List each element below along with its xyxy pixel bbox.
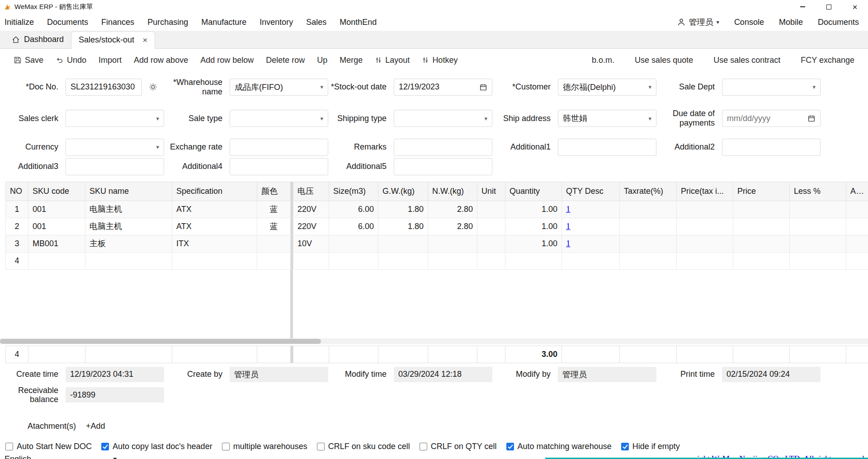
remarks-input[interactable] [394,139,492,156]
grid-cell[interactable] [257,235,291,252]
grid-cell[interactable]: 6.00 [329,218,378,235]
user-menu[interactable]: 管理员 ▾ [677,17,719,28]
currency-select[interactable]: ▾ [66,139,164,156]
grid-cell[interactable] [790,235,846,252]
grid-cell[interactable] [477,218,505,235]
grid-cell[interactable]: 2.80 [428,218,477,235]
ship-address-select[interactable]: 韩世娟 ▾ [558,110,656,127]
bom-button[interactable]: b.o.m. [592,56,614,65]
grid-cell[interactable] [733,235,790,252]
due-date-input[interactable]: mm/dd/yyyy [722,110,821,127]
qty-desc-link[interactable]: 1 [566,239,571,248]
menu-item-purchasing[interactable]: Purchasing [147,18,188,27]
checkbox[interactable] [5,443,13,450]
grid-cell[interactable]: 1 [562,235,620,252]
grid-cell[interactable] [733,218,790,235]
grid-cell[interactable]: 1.00 [505,235,562,252]
grid-cell[interactable]: 1 [6,201,28,218]
additional1-input[interactable] [558,139,656,156]
doc-no-input[interactable]: SL231219163030 [66,79,142,96]
maximize-button[interactable] [816,0,842,14]
use-sales-quote-button[interactable]: Use sales quote [635,56,693,65]
save-button[interactable]: Save [14,56,43,65]
qty-desc-link[interactable]: 1 [566,204,571,214]
menu-item-finances[interactable]: Finances [101,18,134,27]
tab-sales-stock-out[interactable]: Sales/stock-out × [71,31,155,49]
use-sales-contract-button[interactable]: Use sales contract [713,56,780,65]
checkbox[interactable] [420,443,427,450]
import-button[interactable]: Import [99,56,122,65]
grid-cell[interactable] [505,252,562,269]
close-button[interactable]: × [842,0,868,14]
grid-cell[interactable] [790,252,846,269]
grid-cell[interactable] [477,252,505,269]
warehouse-select[interactable]: 成品库(FIFO) ▾ [230,79,328,96]
grid-cell[interactable] [477,235,505,252]
hotkey-button[interactable]: Hotkey [422,56,458,65]
doc-no-settings-icon[interactable] [148,82,158,92]
grid-cell[interactable]: 10V [293,235,329,252]
grid-cell[interactable]: 1.00 [505,201,562,218]
grid-cell[interactable] [172,252,257,269]
grid-cell[interactable]: 220V [293,201,329,218]
language-select[interactable]: English ▾ [0,454,123,459]
grid-cell[interactable]: 1.80 [378,201,428,218]
qty-desc-link[interactable]: 1 [566,221,571,231]
grid-cell[interactable]: 1 [562,201,620,218]
grid-cell[interactable]: 220V [293,218,329,235]
grid-cell[interactable] [378,252,428,269]
grid-cell[interactable] [790,218,846,235]
grid-cell[interactable]: 电脑主机 [85,201,172,218]
grid-cell[interactable] [477,201,505,218]
menu-item-mobile[interactable]: Mobile [779,18,803,27]
grid-cell[interactable]: ATX [172,218,257,235]
up-button[interactable]: Up [317,56,327,65]
grid-cell[interactable] [733,252,790,269]
add-row-above-button[interactable]: Add row above [134,56,188,65]
grid-cell[interactable] [620,201,677,218]
menu-item-sales[interactable]: Sales [306,18,326,27]
grid-cell[interactable]: 2.80 [428,201,477,218]
grid-cell[interactable]: 3 [6,235,28,252]
menu-item-manufacture[interactable]: Manufacture [201,18,246,27]
grid-cell[interactable] [677,218,733,235]
grid-cell[interactable]: 2 [6,218,28,235]
tab-close-icon[interactable]: × [142,36,147,44]
grid-cell[interactable] [677,235,733,252]
sale-type-select[interactable]: ▾ [230,110,328,127]
minimize-button[interactable] [789,0,816,14]
fcy-exchange-button[interactable]: FCY exchange [801,56,854,65]
grid-cell[interactable]: 蓝 [257,218,291,235]
sale-dept-select[interactable]: ▾ [722,79,821,96]
grid-cell[interactable] [562,252,620,269]
checkbox[interactable] [222,443,230,450]
exchange-rate-input[interactable] [230,139,328,156]
grid-cell[interactable]: MB001 [28,235,85,252]
add-attachment-button[interactable]: +Add [86,422,105,431]
grid-cell[interactable] [677,201,733,218]
merge-button[interactable]: Merge [340,56,363,65]
grid-cell[interactable] [733,201,790,218]
grid-cell[interactable] [257,252,291,269]
grid-cell[interactable] [293,252,329,269]
sales-clerk-select[interactable]: ▾ [66,110,164,127]
grid-cell[interactable] [28,252,85,269]
grid-cell[interactable] [85,252,172,269]
grid-cell[interactable] [378,235,428,252]
grid-cell[interactable] [677,252,733,269]
grid-cell[interactable]: 1.80 [378,218,428,235]
customer-select[interactable]: 德尔福(Delphi) ▾ [558,79,656,96]
checkbox[interactable] [101,443,109,450]
additional5-input[interactable] [394,158,492,175]
add-row-below-button[interactable]: Add row below [200,56,254,65]
grid-cell[interactable]: 1.00 [505,218,562,235]
grid-cell[interactable]: 4 [6,252,28,269]
shipping-type-select[interactable]: ▾ [394,110,492,127]
grid-cell[interactable]: 001 [28,201,85,218]
menu-item-documents[interactable]: Documents [47,18,88,27]
checkbox[interactable] [317,443,325,450]
grid-cell[interactable] [329,252,378,269]
menu-item-initialize[interactable]: Initialize [5,18,34,27]
horizontal-scrollbar[interactable] [0,338,868,344]
grid-cell[interactable] [620,252,677,269]
